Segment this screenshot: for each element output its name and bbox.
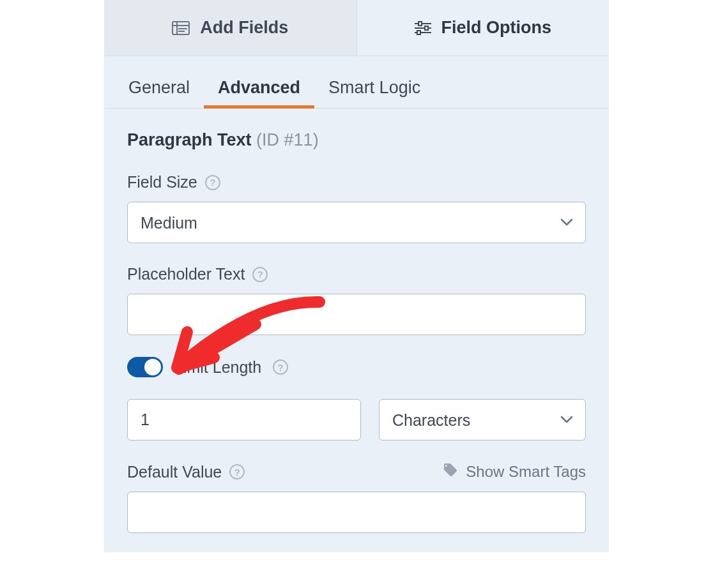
placeholder-text-label-row: Placeholder Text ? [127, 265, 586, 283]
help-icon[interactable]: ? [229, 464, 245, 479]
sub-tab-general[interactable]: General [127, 72, 204, 108]
limit-length-toggle[interactable] [127, 357, 163, 377]
toggle-knob [144, 359, 161, 375]
field-size-label: Field Size [127, 173, 197, 192]
default-value-input[interactable] [127, 492, 586, 533]
field-size-select[interactable]: Medium [127, 202, 586, 243]
show-smart-tags-link[interactable]: Show Smart Tags [443, 462, 586, 481]
field-size-select-wrap: Medium [127, 202, 586, 243]
top-tabs: Add Fields Field Options [104, 0, 609, 56]
limit-length-inputs: Characters [127, 399, 586, 441]
svg-rect-10 [417, 31, 420, 34]
tag-icon [443, 462, 458, 481]
limit-unit-select[interactable]: Characters [379, 399, 586, 441]
default-value-label-row: Default Value ? [127, 463, 245, 481]
tab-field-options[interactable]: Field Options [357, 0, 610, 56]
field-title: Paragraph Text (ID #11) [127, 130, 586, 150]
form-fields-icon [172, 21, 190, 35]
options-content: Paragraph Text (ID #11) Field Size ? Med… [104, 109, 609, 552]
default-value-label: Default Value [127, 463, 222, 481]
svg-rect-6 [418, 22, 422, 26]
sliders-icon [415, 20, 431, 36]
default-value-group: Default Value ? Show Smart Tags [127, 462, 586, 533]
placeholder-text-input[interactable] [127, 294, 586, 335]
tab-field-options-label: Field Options [441, 18, 552, 38]
tab-add-fields[interactable]: Add Fields [104, 0, 357, 56]
svg-rect-8 [425, 26, 428, 30]
help-icon[interactable]: ? [205, 175, 220, 190]
sub-tab-advanced[interactable]: Advanced [204, 72, 314, 108]
field-size-group: Field Size ? Medium [127, 173, 586, 243]
help-icon[interactable]: ? [252, 267, 268, 282]
show-smart-tags-label: Show Smart Tags [466, 463, 586, 481]
field-size-label-row: Field Size ? [127, 173, 586, 192]
field-options-panel: Add Fields Field Options General Advance… [104, 0, 609, 552]
field-id: (ID #11) [256, 130, 319, 149]
tab-add-fields-label: Add Fields [200, 18, 288, 38]
help-icon[interactable]: ? [273, 359, 288, 375]
sub-tabs: General Advanced Smart Logic [104, 56, 609, 109]
limit-number-input[interactable] [127, 399, 361, 441]
limit-length-toggle-row: Limit Length ? [127, 357, 586, 377]
field-name: Paragraph Text [127, 130, 252, 149]
limit-unit-select-wrap: Characters [379, 399, 586, 441]
placeholder-text-label: Placeholder Text [127, 265, 245, 283]
limit-length-label: Limit Length [174, 358, 261, 377]
placeholder-text-group: Placeholder Text ? [127, 265, 586, 335]
sub-tab-smart-logic[interactable]: Smart Logic [314, 72, 434, 108]
